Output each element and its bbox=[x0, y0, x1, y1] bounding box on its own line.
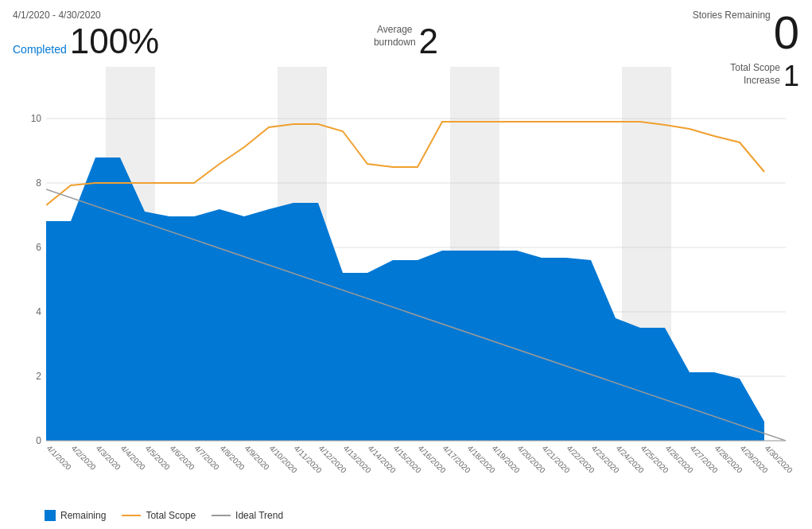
svg-text:2: 2 bbox=[36, 371, 41, 382]
remaining-color-box bbox=[45, 510, 56, 521]
burndown-chart: 0 2 4 6 8 10 bbox=[13, 67, 799, 488]
svg-text:4/5/2020: 4/5/2020 bbox=[144, 444, 173, 473]
svg-text:4/7/2020: 4/7/2020 bbox=[193, 444, 222, 473]
main-container: 4/1/2020 - 4/30/2020 Stories Remaining 0… bbox=[0, 0, 812, 529]
svg-text:8: 8 bbox=[36, 177, 41, 189]
svg-text:4/9/2020: 4/9/2020 bbox=[243, 444, 272, 473]
remaining-label: Remaining bbox=[60, 510, 106, 521]
svg-text:4/2/2020: 4/2/2020 bbox=[70, 444, 99, 473]
total-scope-color-line bbox=[122, 515, 141, 516]
svg-text:10: 10 bbox=[31, 113, 42, 124]
avg-burndown-label: Average burndown bbox=[374, 24, 416, 49]
svg-text:4/3/2020: 4/3/2020 bbox=[95, 444, 123, 473]
completed-value: 100% bbox=[70, 24, 160, 59]
date-range: 4/1/2020 - 4/30/2020 bbox=[13, 10, 799, 21]
stories-remaining-label: Stories Remaining bbox=[693, 10, 771, 22]
svg-text:4/6/2020: 4/6/2020 bbox=[169, 444, 197, 473]
legend-remaining: Remaining bbox=[45, 510, 106, 521]
chart-legend: Remaining Total Scope Ideal Trend bbox=[13, 510, 283, 521]
avg-burndown-metric: Average burndown 2 bbox=[374, 24, 438, 59]
svg-text:0: 0 bbox=[36, 435, 41, 446]
ideal-trend-color-line bbox=[212, 515, 231, 516]
svg-text:4/8/2020: 4/8/2020 bbox=[219, 444, 247, 473]
legend-total-scope: Total Scope bbox=[122, 510, 196, 521]
legend-ideal-trend: Ideal Trend bbox=[212, 510, 283, 521]
completed-label: Completed bbox=[13, 43, 67, 56]
chart-svg: 0 2 4 6 8 10 bbox=[13, 67, 792, 473]
svg-text:4/4/2020: 4/4/2020 bbox=[119, 444, 148, 473]
avg-burndown-value: 2 bbox=[419, 24, 438, 59]
total-scope-label: Total Scope bbox=[146, 510, 196, 521]
svg-text:4: 4 bbox=[36, 306, 41, 317]
ideal-trend-label: Ideal Trend bbox=[235, 510, 283, 521]
svg-text:4/1/2020: 4/1/2020 bbox=[45, 444, 74, 473]
completed-metric: Completed 100% bbox=[13, 24, 159, 59]
svg-text:6: 6 bbox=[36, 242, 41, 253]
metrics-row: Completed 100% Average burndown 2 Total … bbox=[13, 24, 799, 59]
